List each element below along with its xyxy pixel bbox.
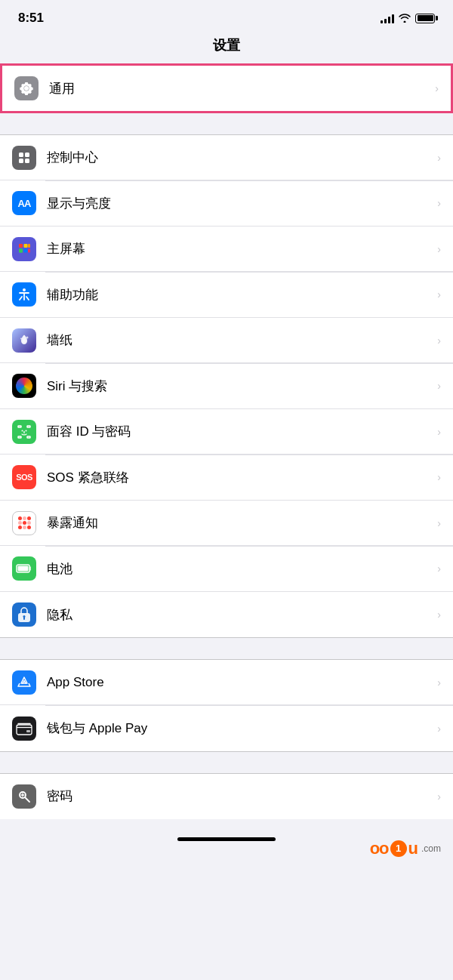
chevron-icon: › (437, 152, 441, 164)
signal-icon (381, 13, 394, 23)
settings-row-siri[interactable]: Siri 与搜索 › (0, 364, 453, 409)
wallpaper-label: 墙纸 (47, 331, 431, 349)
settings-row-passwords[interactable]: 密码 › (0, 774, 453, 819)
wifi-icon (399, 14, 411, 23)
password-icon (12, 784, 36, 809)
homescreen-icon (12, 237, 36, 261)
svg-rect-0 (19, 153, 23, 157)
wallet-label: 钱包与 Apple Pay (47, 720, 431, 737)
chevron-icon: › (437, 243, 441, 255)
svg-rect-25 (26, 730, 30, 732)
status-time: 8:51 (18, 11, 44, 26)
group-separator-1 (0, 113, 453, 134)
exposure-icon (12, 511, 36, 535)
faceid-label: 面容 ID 与密码 (47, 423, 431, 440)
chevron-icon: › (437, 471, 441, 483)
store-group: App Store › 钱包与 Apple Pay › (0, 659, 453, 752)
battery-label: 电池 (47, 560, 431, 578)
settings-row-display[interactable]: AA 显示与亮度 › (0, 181, 453, 227)
homescreen-label: 主屏幕 (47, 240, 431, 257)
chevron-icon: › (437, 288, 441, 300)
watermark-number: 1 (390, 840, 407, 857)
settings-row-accessibility[interactable]: 辅助功能 › (0, 273, 453, 318)
chevron-icon: › (437, 517, 441, 529)
chevron-icon: › (437, 426, 441, 438)
appstore-label: App Store (47, 675, 431, 690)
display-icon: AA (12, 191, 36, 215)
chevron-icon: › (437, 334, 441, 347)
password-group: 密码 › (0, 773, 453, 819)
battery-icon (415, 14, 435, 23)
svg-rect-5 (24, 244, 28, 248)
svg-point-19 (26, 430, 27, 431)
general-label: 通用 (49, 80, 429, 97)
display-label: 显示与亮度 (47, 195, 431, 212)
svg-rect-10 (28, 248, 30, 252)
wallet-icon (12, 717, 36, 741)
sos-label: SOS 紧急联络 (47, 469, 431, 486)
svg-rect-21 (18, 566, 29, 572)
svg-point-23 (23, 615, 26, 618)
privacy-label: 隐私 (47, 606, 431, 624)
svg-point-11 (23, 288, 26, 291)
accessibility-label: 辅助功能 (47, 286, 431, 304)
svg-point-13 (20, 337, 22, 339)
siri-icon (12, 374, 36, 398)
group-separator-2 (0, 638, 453, 659)
faceid-icon (12, 420, 36, 444)
watermark-text: oo (370, 839, 389, 858)
settings-row-control-center[interactable]: 控制中心 › (0, 135, 453, 180)
svg-rect-16 (18, 436, 21, 438)
chevron-icon: › (437, 676, 441, 689)
svg-rect-8 (19, 248, 23, 252)
settings-row-wallet[interactable]: 钱包与 Apple Pay › (0, 706, 453, 751)
svg-rect-15 (27, 426, 30, 427)
watermark-suffix: .com (421, 843, 441, 854)
settings-row-battery[interactable]: 电池 › (0, 547, 453, 592)
control-center-label: 控制中心 (47, 149, 431, 166)
watermark-u: u (408, 839, 418, 858)
svg-rect-4 (19, 244, 23, 248)
siri-label: Siri 与搜索 (47, 378, 431, 395)
settings-row-exposure[interactable]: 暴露通知 › (0, 501, 453, 546)
general-group: 通用 › (0, 63, 453, 113)
svg-rect-24 (17, 725, 32, 735)
home-indicator (177, 837, 276, 841)
chevron-icon: › (437, 380, 441, 392)
svg-point-12 (26, 336, 29, 338)
chevron-icon: › (435, 82, 439, 94)
settings-row-homescreen[interactable]: 主屏幕 › (0, 227, 453, 272)
svg-rect-1 (25, 153, 29, 157)
main-settings-group: 控制中心 › AA 显示与亮度 › 主屏幕 › (0, 134, 453, 638)
password-label: 密码 (47, 787, 431, 805)
privacy-icon (12, 602, 36, 627)
settings-row-general[interactable]: 通用 › (2, 66, 451, 111)
accessibility-icon (12, 282, 36, 307)
chevron-icon: › (437, 790, 441, 803)
settings-row-wallpaper[interactable]: 墙纸 › (0, 318, 453, 363)
appstore-icon (12, 670, 36, 695)
chevron-icon: › (437, 609, 441, 621)
bottom-area: oo 1 u .com (0, 819, 453, 864)
sos-icon: SOS (12, 465, 36, 489)
svg-rect-7 (24, 248, 28, 252)
chevron-icon: › (437, 723, 441, 735)
svg-rect-9 (28, 244, 30, 248)
svg-rect-2 (19, 159, 23, 163)
group-separator-3 (0, 752, 453, 773)
control-center-icon (12, 146, 36, 170)
settings-row-sos[interactable]: SOS SOS 紧急联络 › (0, 455, 453, 501)
exposure-label: 暴露通知 (47, 514, 431, 532)
battery-settings-icon (12, 556, 36, 581)
wallpaper-icon (12, 328, 36, 353)
settings-row-faceid[interactable]: 面容 ID 与密码 › (0, 409, 453, 455)
svg-point-18 (22, 430, 23, 431)
settings-row-appstore[interactable]: App Store › (0, 660, 453, 705)
svg-rect-17 (27, 436, 30, 438)
settings-row-privacy[interactable]: 隐私 › (0, 592, 453, 637)
chevron-icon: › (437, 562, 441, 575)
svg-rect-3 (25, 159, 29, 163)
watermark: oo 1 u .com (370, 839, 441, 858)
page-title: 设置 (0, 32, 453, 63)
status-bar: 8:51 (0, 0, 453, 32)
